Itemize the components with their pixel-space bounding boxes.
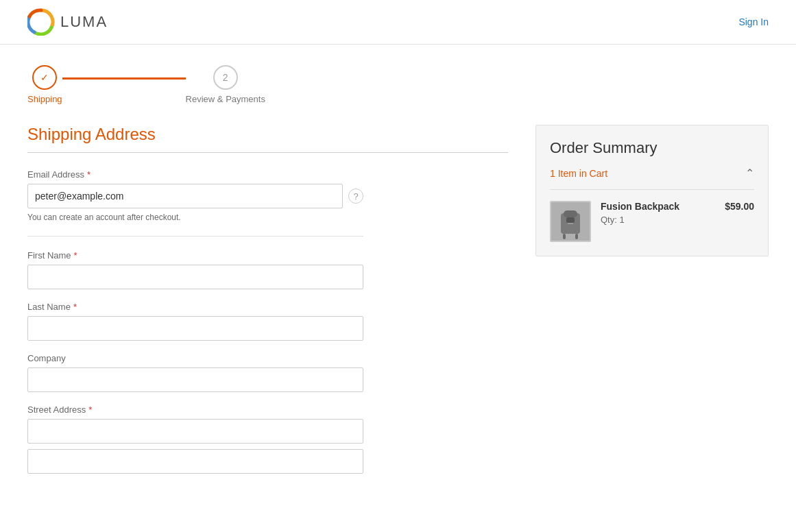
checkout-progress: ✓ Shipping 2 Review & Payments (0, 45, 796, 111)
company-input[interactable] (27, 367, 363, 392)
email-label: Email Address* (27, 169, 508, 180)
last-name-group: Last Name* (27, 302, 508, 341)
step-shipping-circle: ✓ (32, 65, 57, 90)
backpack-svg (551, 202, 590, 241)
step-shipping: ✓ Shipping (27, 65, 62, 104)
email-input-row: ? (27, 184, 363, 208)
section-title-colored: Address (95, 125, 156, 143)
first-name-input[interactable] (27, 265, 363, 289)
company-group: Company (27, 353, 508, 392)
item-details: Fusion Backpack Qty: 1 (601, 201, 715, 225)
street-input-1[interactable] (27, 419, 363, 444)
street-group: Street Address* (27, 404, 508, 474)
item-qty: Qty: 1 (601, 215, 715, 225)
svg-rect-7 (575, 234, 578, 239)
first-name-required: * (74, 250, 77, 261)
section-title: Shipping Address (27, 125, 508, 144)
order-summary-title: Order Summary (550, 139, 754, 157)
step-line (62, 77, 186, 80)
item-name: Fusion Backpack (601, 201, 715, 212)
step-review-circle: 2 (213, 65, 238, 90)
last-name-label: Last Name* (27, 302, 508, 312)
shipping-form-section: Shipping Address Email Address* ? You ca… (27, 125, 508, 486)
cart-item: Fusion Backpack Qty: 1 $59.00 (550, 190, 754, 242)
svg-rect-6 (563, 234, 566, 239)
first-name-label: First Name* (27, 250, 508, 261)
email-group: Email Address* ? You can create an accou… (27, 169, 508, 222)
item-price: $59.00 (725, 201, 754, 212)
street-label: Street Address* (27, 404, 508, 415)
email-input[interactable] (27, 184, 343, 208)
svg-rect-3 (564, 210, 577, 217)
luma-logo-icon (27, 8, 55, 36)
section-title-plain: Shipping (27, 125, 95, 143)
street-input-2[interactable] (27, 449, 363, 474)
order-summary-box: Order Summary 1 Item in Cart ⌃ (535, 125, 769, 256)
company-label: Company (27, 353, 508, 363)
last-name-required: * (73, 302, 77, 312)
page-header: LUMA Sign In (0, 0, 796, 45)
street-required: * (88, 404, 92, 415)
cart-toggle[interactable]: 1 Item in Cart ⌃ (550, 167, 754, 190)
item-image (550, 201, 591, 242)
email-help-icon[interactable]: ? (348, 189, 363, 204)
sign-in-link[interactable]: Sign In (738, 16, 769, 27)
logo-text: LUMA (60, 13, 108, 31)
logo-area: LUMA (27, 8, 108, 36)
step-shipping-label: Shipping (27, 94, 62, 104)
email-required: * (87, 169, 91, 180)
svg-rect-5 (568, 223, 573, 224)
step-review: 2 Review & Payments (186, 65, 265, 104)
main-content: Shipping Address Email Address* ? You ca… (0, 111, 796, 500)
title-divider (27, 152, 508, 153)
form-sub-divider (27, 236, 363, 237)
step-review-label: Review & Payments (186, 94, 265, 104)
order-summary-section: Order Summary 1 Item in Cart ⌃ (535, 125, 769, 486)
email-hint-text: You can create an account after checkout… (27, 213, 508, 222)
cart-count-text: 1 Item in Cart (550, 168, 607, 179)
first-name-group: First Name* (27, 250, 508, 289)
last-name-input[interactable] (27, 316, 363, 341)
svg-rect-4 (566, 217, 575, 223)
chevron-up-icon: ⌃ (745, 167, 754, 180)
